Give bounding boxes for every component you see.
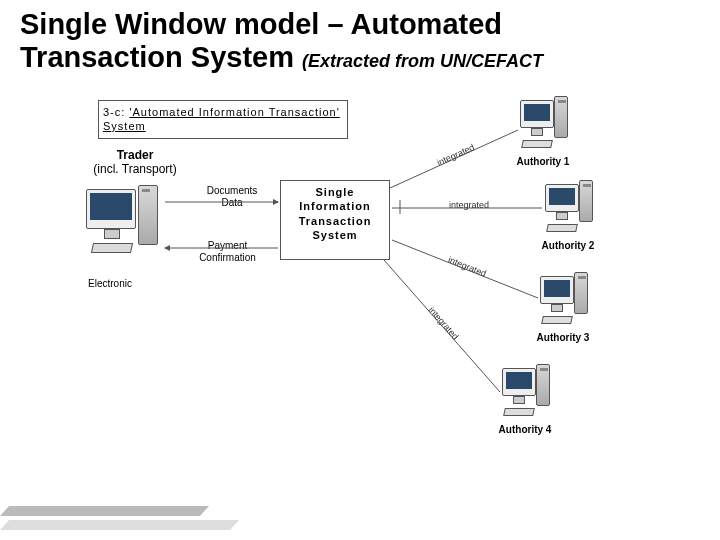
sits-l1: Single: [315, 186, 354, 198]
trader-subtext: (incl. Transport): [93, 162, 176, 176]
sits-l4: System: [312, 229, 357, 241]
edge-2-label: integrated: [449, 200, 489, 210]
title-line-1: Single Window model – Automated: [20, 8, 502, 40]
edge-3-label: integrated: [447, 255, 488, 279]
documents-data-label: Documents Data: [192, 185, 272, 209]
edge-1-label: integrated: [435, 142, 476, 168]
header-underlined: 'Automated Information Transaction' Syst…: [103, 106, 340, 132]
trader-text: Trader: [117, 148, 154, 162]
authority-1-computer-icon: [520, 96, 566, 162]
authority-1-label: Authority 1: [507, 156, 579, 168]
electronic-label: Electronic: [80, 278, 140, 290]
trader-computer-icon: [86, 185, 158, 277]
authority-4-computer-icon: [502, 364, 548, 430]
authority-2-label: Authority 2: [532, 240, 604, 252]
central-system-box: Single Information Transaction System: [280, 180, 390, 260]
svg-text:integrated: integrated: [435, 142, 476, 168]
slide-decor-swoosh: [0, 480, 220, 530]
authority-3-computer-icon: [540, 272, 586, 338]
authority-3-label: Authority 3: [527, 332, 599, 344]
edge-4-label: integrated: [427, 305, 461, 342]
diagram: 3-c: 'Automated Information Transaction'…: [80, 100, 660, 450]
slide-title: Single Window model – Automated Transact…: [0, 0, 720, 75]
title-subtitle: (Extracted from UN/CEFACT: [302, 51, 543, 71]
trader-label: Trader (incl. Transport): [80, 148, 190, 177]
sits-l3: Transaction: [299, 215, 372, 227]
sits-l2: Information: [299, 200, 371, 212]
authority-4-label: Authority 4: [489, 424, 561, 436]
diagram-header-box: 3-c: 'Automated Information Transaction'…: [98, 100, 348, 139]
payment-confirmation-label: Payment Confirmation: [180, 240, 275, 264]
svg-text:integrated: integrated: [449, 200, 489, 210]
header-prefix: 3-c:: [103, 106, 129, 118]
title-line-2-main: Transaction System: [20, 41, 294, 73]
svg-text:integrated: integrated: [427, 305, 461, 342]
svg-text:integrated: integrated: [447, 255, 488, 279]
authority-2-computer-icon: [545, 180, 591, 246]
